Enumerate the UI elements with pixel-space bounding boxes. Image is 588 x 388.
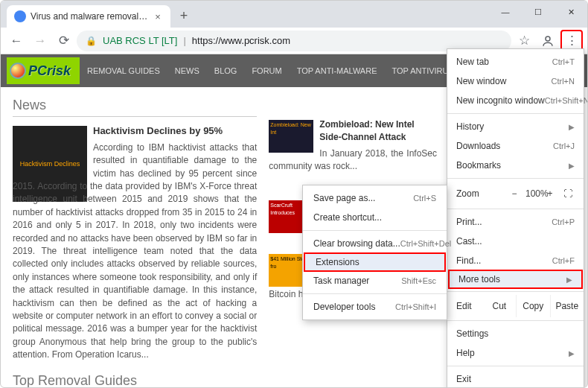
news-heading: News xyxy=(13,98,257,117)
back-button[interactable]: ← xyxy=(5,30,28,52)
submenu-save-page[interactable]: Save page as...Ctrl+S xyxy=(303,188,447,208)
submenu-dev-tools[interactable]: Developer toolsCtrl+Shift+I xyxy=(303,297,447,317)
zoom-percent: 100% xyxy=(525,188,539,199)
chevron-right-icon: ▶ xyxy=(569,349,575,357)
menu-history[interactable]: History▶ xyxy=(447,117,584,136)
fullscreen-icon[interactable]: ⛶ xyxy=(561,188,575,199)
chrome-main-menu: New tabCtrl+T New windowCtrl+N New incog… xyxy=(447,48,584,388)
chevron-right-icon: ▶ xyxy=(569,162,575,170)
reload-button[interactable]: ⟳ xyxy=(53,30,75,52)
more-tools-submenu: Save page as...Ctrl+S Create shortcut...… xyxy=(302,185,447,320)
chevron-right-icon: ▶ xyxy=(566,276,572,284)
menu-new-tab[interactable]: New tabCtrl+T xyxy=(447,52,584,71)
paste-button[interactable]: Paste xyxy=(551,295,584,317)
new-tab-button[interactable]: + xyxy=(173,5,194,26)
close-window-button[interactable]: ✕ xyxy=(555,1,587,23)
maximize-button[interactable]: ☐ xyxy=(522,1,555,23)
menu-downloads[interactable]: DownloadsCtrl+J xyxy=(447,136,584,156)
window-controls: — ☐ ✕ xyxy=(489,1,587,28)
titlebar: Virus and malware removal inst × + — ☐ ✕ xyxy=(1,1,587,28)
url-text: https://www.pcrisk.com xyxy=(192,35,290,46)
zoom-plus-button[interactable]: + xyxy=(543,188,557,199)
chevron-right-icon: ▶ xyxy=(569,123,575,131)
menu-more-tools[interactable]: More tools▶ xyxy=(448,270,583,289)
nav-news[interactable]: NEWS xyxy=(167,54,207,87)
menu-edit-row: Edit Cut Copy Paste xyxy=(447,295,584,317)
tab-title: Virus and malware removal inst xyxy=(31,11,148,22)
submenu-task-manager[interactable]: Task managerShift+Esc xyxy=(303,271,447,290)
article-hacktivism: Hacktivism Declines Hacktivism Declines … xyxy=(13,124,257,361)
site-logo[interactable]: PCrisk xyxy=(7,57,80,84)
menu-settings[interactable]: Settings xyxy=(447,324,584,343)
article-thumb: Hacktivism Declines xyxy=(13,126,87,172)
separator: | xyxy=(183,35,185,46)
submenu-create-shortcut[interactable]: Create shortcut... xyxy=(303,208,447,227)
nav-forum[interactable]: FORUM xyxy=(244,54,289,87)
favicon xyxy=(14,10,26,22)
menu-new-incognito[interactable]: New incognito windowCtrl+Shift+N xyxy=(447,91,584,110)
ev-label: UAB RCS LT [LT] xyxy=(103,35,177,46)
article-thumb: Zombieload: New Int xyxy=(269,120,313,153)
article-zombieload: Zombieload: New Int Zombieload: New Inte… xyxy=(269,118,437,174)
nav-removal-guides[interactable]: REMOVAL GUIDES xyxy=(80,54,167,87)
minimize-button[interactable]: — xyxy=(489,1,522,23)
menu-exit[interactable]: Exit xyxy=(447,369,584,388)
svg-point-0 xyxy=(546,36,550,41)
close-tab-icon[interactable]: × xyxy=(153,11,163,22)
menu-bookmarks[interactable]: Bookmarks▶ xyxy=(447,156,584,175)
submenu-extensions[interactable]: Extensions xyxy=(304,252,446,272)
nav-blog[interactable]: BLOG xyxy=(207,54,245,87)
logo-icon xyxy=(10,63,26,79)
menu-zoom: Zoom − 100% + ⛶ xyxy=(447,182,584,206)
browser-tab[interactable]: Virus and malware removal inst × xyxy=(7,5,170,28)
menu-help[interactable]: Help▶ xyxy=(447,343,584,363)
menu-cast[interactable]: Cast... xyxy=(447,232,584,251)
lock-icon: 🔒 xyxy=(86,36,97,46)
zoom-minus-button[interactable]: − xyxy=(508,188,521,199)
forward-button: → xyxy=(29,30,51,52)
copy-button[interactable]: Copy xyxy=(517,295,550,317)
nav-top-antimalware[interactable]: TOP ANTI-MALWARE xyxy=(290,54,385,87)
logo-text: PCrisk xyxy=(28,63,71,79)
submenu-clear-browsing[interactable]: Clear browsing data...Ctrl+Shift+Del xyxy=(303,234,447,253)
menu-print[interactable]: Print...Ctrl+P xyxy=(447,212,584,232)
cut-button[interactable]: Cut xyxy=(483,295,517,317)
menu-new-window[interactable]: New windowCtrl+N xyxy=(447,71,584,91)
top-removal-heading: Top Removal Guides xyxy=(13,373,257,388)
menu-find[interactable]: Find...Ctrl+F xyxy=(447,251,584,270)
edit-label: Edit xyxy=(447,295,483,317)
